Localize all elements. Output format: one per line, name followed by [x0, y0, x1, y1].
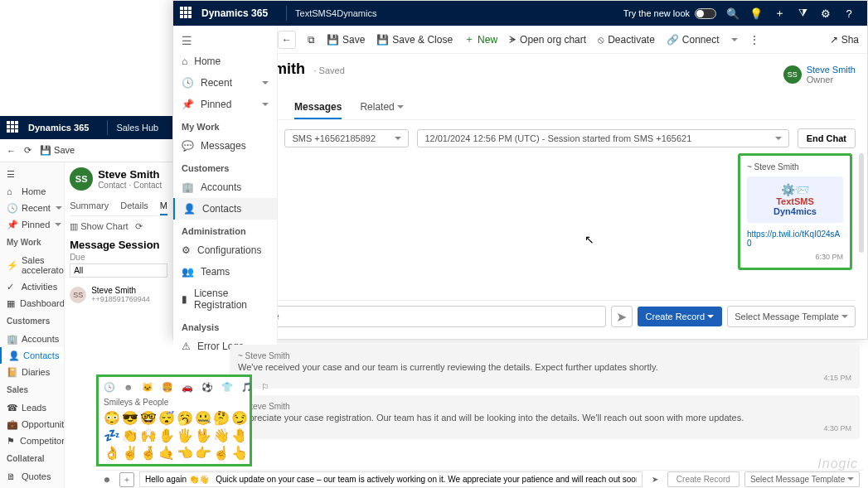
new-button[interactable]: ＋ New [464, 32, 497, 46]
nav-quotes[interactable]: 🗎Quotes [0, 468, 64, 485]
nav-diaries[interactable]: 📔Diaries [0, 364, 64, 380]
emoji-item[interactable]: 😳 [104, 410, 120, 426]
nav-recent[interactable]: 🕓Recent [0, 200, 64, 216]
emoji-item[interactable]: 🤚 [231, 428, 248, 443]
share-button[interactable]: ↗ Sha [830, 34, 859, 46]
nav-sales-accelerator[interactable]: ⚡Sales accelerator [0, 252, 64, 278]
scrollbar[interactable] [859, 153, 864, 253]
emoji-item[interactable]: 👈 [177, 445, 193, 461]
emoji-item[interactable]: 😎 [122, 410, 138, 426]
end-chat-button[interactable]: End Chat [798, 128, 856, 148]
help-icon[interactable]: ? [837, 7, 861, 20]
nav-home[interactable]: ⌂ Home [173, 51, 277, 72]
app-launcher-icon[interactable] [7, 121, 20, 134]
emoji-item[interactable]: 🤔 [213, 410, 230, 426]
nav-accounts[interactable]: 🏢Accounts [0, 331, 64, 347]
message-input[interactable] [231, 306, 606, 327]
emoji-item[interactable]: 😴 [158, 410, 175, 426]
select-template-button[interactable]: Select Message Template [727, 306, 856, 327]
tab-related[interactable]: Related [360, 96, 404, 119]
connect-button[interactable]: 🔗 Connect [667, 34, 720, 46]
create-record-button[interactable]: Create Record [638, 307, 723, 326]
cat-smileys-icon[interactable]: ☻ [124, 382, 133, 393]
filter-icon[interactable]: ⧩ [791, 7, 814, 20]
nav-pinned[interactable]: 📌 Pinned [173, 94, 277, 115]
cat-recent-icon[interactable]: 🕓 [104, 382, 115, 393]
nav-recent[interactable]: 🕓 Recent [173, 72, 277, 94]
cat-animals-icon[interactable]: 🐱 [142, 382, 153, 393]
emoji-item[interactable]: 👌 [104, 445, 120, 461]
save-button[interactable]: 💾 Save [327, 34, 365, 46]
owner-link[interactable]: Steve Smith [807, 65, 856, 75]
emoji-item[interactable]: 🙌 [140, 428, 157, 443]
channel-dropdown[interactable]: SMS +16562185892 [284, 129, 409, 147]
list-item[interactable]: SS Steve Smith ++918591769944 [70, 286, 167, 303]
emoji-item[interactable]: 🤞 [140, 445, 157, 461]
app-launcher-icon[interactable] [180, 7, 193, 20]
tab-summary[interactable]: Summary [70, 197, 109, 215]
save-close-button[interactable]: 💾 Save & Close [376, 34, 453, 46]
nav-dashboards[interactable]: ▦Dashboards [0, 295, 64, 312]
nav-hamburger[interactable]: ☰ [173, 31, 277, 51]
add-icon[interactable]: ＋ [768, 6, 791, 21]
nav-competitors[interactable]: ⚑Competitors [0, 432, 64, 449]
emoji-item[interactable]: ✋ [158, 428, 175, 443]
emoji-item[interactable]: 👏 [122, 428, 138, 443]
overflow-icon[interactable]: ⋮ [749, 34, 759, 46]
back-icon[interactable]: ← [7, 146, 16, 156]
nav-hamburger[interactable]: ☰ [0, 166, 64, 183]
save-button[interactable]: 💾 Save [40, 145, 75, 156]
open-new-window-icon[interactable]: ⧉ [308, 34, 315, 46]
emoji-item[interactable]: 🖖 [195, 428, 211, 443]
emoji-item[interactable]: 👉 [195, 445, 211, 461]
emoji-item[interactable]: 🤐 [195, 410, 211, 426]
emoji-item[interactable]: 👋 [213, 428, 230, 443]
try-new-look-toggle[interactable]: Try the new look [623, 8, 716, 19]
bulb-icon[interactable]: 💡 [744, 7, 768, 20]
due-filter[interactable]: All [70, 263, 167, 278]
message-input[interactable] [139, 471, 643, 487]
open-org-chart-button[interactable]: ᗘ Open org chart [509, 34, 586, 46]
refresh-icon[interactable]: ⟳ [24, 145, 32, 156]
nav-contacts[interactable]: 👤Contacts [0, 347, 64, 364]
emoji-item[interactable]: 👆 [231, 445, 248, 461]
search-icon[interactable]: 🔍 [721, 7, 744, 20]
session-dropdown[interactable]: 12/01/2024 12:56 PM (UTC) - Session star… [417, 129, 788, 147]
send-icon[interactable]: ➤ [611, 306, 633, 327]
select-template-button[interactable]: Select Message Template [744, 471, 860, 487]
create-record-button[interactable]: Create Record [667, 471, 739, 487]
nav-opportunities[interactable]: 💼Opportunities [0, 416, 64, 432]
tab-details[interactable]: Details [120, 197, 148, 215]
emoji-item[interactable]: 💤 [104, 428, 120, 443]
nav-orders[interactable]: 🗎Orders [0, 485, 64, 488]
gear-icon[interactable]: ⚙ [814, 7, 837, 20]
nav-pinned[interactable]: 📌Pinned [0, 216, 64, 233]
show-chart-button[interactable]: ▥ Show Chart [70, 221, 129, 232]
cat-flags-icon[interactable]: ⚐ [261, 382, 269, 393]
emoji-icon[interactable]: ☻ [99, 472, 114, 487]
send-icon[interactable]: ➤ [647, 472, 662, 487]
tab-m[interactable]: M [160, 197, 167, 215]
emoji-item[interactable]: 🖐️ [177, 428, 193, 443]
cat-objects-icon[interactable]: 👕 [221, 382, 233, 393]
emoji-item[interactable]: ✌️ [122, 445, 138, 461]
emoji-item[interactable]: 🤓 [140, 410, 157, 426]
nav-leads[interactable]: ☎Leads [0, 399, 64, 416]
nav-activities[interactable]: ✓Activities [0, 278, 64, 295]
owner-field[interactable]: SS Steve Smith Owner [783, 65, 856, 85]
deactivate-button[interactable]: ⦸ Deactivate [598, 34, 655, 46]
tab-messages[interactable]: Messages [294, 96, 342, 119]
emoji-item[interactable]: 🤙 [158, 445, 175, 461]
connect-split-chevron[interactable] [731, 36, 738, 43]
emoji-item[interactable]: 😏 [231, 410, 248, 426]
cat-symbols-icon[interactable]: 🎵 [241, 382, 253, 393]
cat-travel-icon[interactable]: 🚗 [182, 382, 193, 393]
bubble-link[interactable]: https://p.twil.io/tKqI024sA0 [747, 230, 840, 248]
nav-home[interactable]: ⌂Home [0, 183, 64, 200]
emoji-item[interactable]: ☝️ [213, 445, 230, 461]
cat-activities-icon[interactable]: ⚽ [201, 382, 213, 393]
back-button[interactable]: ← [278, 31, 296, 49]
refresh-icon[interactable]: ⟳ [135, 221, 143, 232]
cat-food-icon[interactable]: 🍔 [162, 382, 173, 393]
attach-icon[interactable]: ＋ [119, 472, 134, 487]
